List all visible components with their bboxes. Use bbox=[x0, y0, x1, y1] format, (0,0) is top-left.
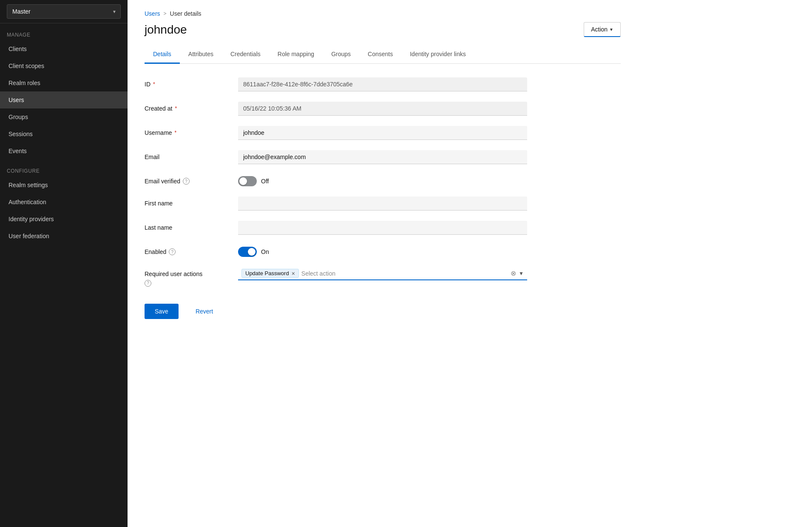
email-verified-toggle-label: Off bbox=[261, 178, 269, 185]
sidebar-item-realm-settings[interactable]: Realm settings bbox=[0, 177, 128, 194]
tab-attributes[interactable]: Attributes bbox=[180, 46, 222, 64]
breadcrumb: Users > User details bbox=[145, 10, 621, 17]
email-verified-label: Email verified ? bbox=[145, 174, 230, 185]
username-field-wrapper bbox=[238, 126, 527, 140]
username-label: Username * bbox=[145, 126, 230, 136]
breadcrumb-current: User details bbox=[170, 10, 202, 17]
realm-selector-wrapper: Master bbox=[0, 0, 128, 23]
form-row-enabled: Enabled ? On bbox=[145, 245, 527, 257]
action-chevron-icon: ▼ bbox=[609, 27, 613, 32]
enabled-help-icon[interactable]: ? bbox=[169, 248, 176, 255]
form-row-username: Username * bbox=[145, 126, 527, 140]
created-at-field[interactable] bbox=[238, 102, 527, 116]
revert-button[interactable]: Revert bbox=[185, 304, 223, 319]
required-actions-field-wrapper: Update Password × Select action ⊗ ▼ bbox=[238, 267, 527, 280]
sidebar-item-clients[interactable]: Clients bbox=[0, 40, 128, 57]
id-label: ID * bbox=[145, 77, 230, 88]
form-row-email-verified: Email verified ? Off bbox=[145, 174, 527, 186]
required-actions-help-icon[interactable]: ? bbox=[145, 280, 151, 287]
tab-consents[interactable]: Consents bbox=[359, 46, 401, 64]
last-name-field[interactable] bbox=[238, 221, 527, 235]
page-title: johndoe bbox=[145, 23, 187, 37]
enabled-toggle-label: On bbox=[261, 248, 269, 255]
email-field-wrapper bbox=[238, 150, 527, 164]
enabled-label: Enabled ? bbox=[145, 245, 230, 255]
realm-select[interactable]: Master bbox=[7, 4, 121, 19]
email-verified-toggle-wrapper: Off bbox=[238, 174, 527, 186]
email-field[interactable] bbox=[238, 150, 527, 164]
sidebar-item-events[interactable]: Events bbox=[0, 142, 128, 160]
required-actions-dropdown-icon[interactable]: ▼ bbox=[519, 271, 524, 276]
breadcrumb-parent[interactable]: Users bbox=[145, 10, 160, 17]
tab-role-mapping[interactable]: Role mapping bbox=[269, 46, 323, 64]
action-button[interactable]: Action ▼ bbox=[584, 22, 621, 37]
required-actions-label: Required user actions bbox=[145, 271, 202, 277]
tab-identity-provider-links[interactable]: Identity provider links bbox=[401, 46, 474, 64]
required-actions-select[interactable]: Update Password × Select action ⊗ ▼ bbox=[238, 267, 527, 280]
form-row-first-name: First name bbox=[145, 197, 527, 211]
form-row-last-name: Last name bbox=[145, 221, 527, 235]
configure-section-label: Configure bbox=[0, 160, 128, 177]
sidebar-item-client-scopes[interactable]: Client scopes bbox=[0, 57, 128, 74]
action-label: Action bbox=[591, 26, 608, 33]
select-action-placeholder: Select action bbox=[301, 270, 508, 277]
form-row-email: Email bbox=[145, 150, 527, 164]
select-action-icons: ⊗ ▼ bbox=[511, 270, 524, 277]
sidebar: Master Manage Clients Client scopes Real… bbox=[0, 0, 128, 527]
tab-credentials[interactable]: Credentials bbox=[222, 46, 269, 64]
email-verified-toggle[interactable] bbox=[238, 176, 257, 186]
id-required-star: * bbox=[153, 81, 155, 87]
sidebar-item-realm-roles[interactable]: Realm roles bbox=[0, 74, 128, 91]
tab-groups[interactable]: Groups bbox=[323, 46, 359, 64]
first-name-field[interactable] bbox=[238, 197, 527, 211]
username-required-star: * bbox=[175, 130, 177, 136]
id-field-wrapper bbox=[238, 77, 527, 91]
enabled-toggle-thumb bbox=[248, 248, 256, 256]
tabs-bar: Details Attributes Credentials Role mapp… bbox=[145, 46, 621, 64]
form-row-required-actions: Required user actions ? Update Password … bbox=[145, 267, 527, 287]
remove-update-password-icon[interactable]: × bbox=[292, 271, 295, 276]
email-verified-help-icon[interactable]: ? bbox=[183, 178, 190, 185]
sidebar-item-sessions[interactable]: Sessions bbox=[0, 125, 128, 142]
sidebar-item-users[interactable]: Users bbox=[0, 91, 128, 108]
enabled-toggle[interactable] bbox=[238, 247, 257, 257]
manage-section-label: Manage bbox=[0, 23, 128, 40]
email-label: Email bbox=[145, 150, 230, 160]
created-at-field-wrapper bbox=[238, 102, 527, 116]
clear-required-actions-icon[interactable]: ⊗ bbox=[511, 270, 516, 277]
user-details-form: ID * Created at * User bbox=[145, 77, 527, 336]
form-row-created-at: Created at * bbox=[145, 102, 527, 116]
sidebar-item-identity-providers[interactable]: Identity providers bbox=[0, 211, 128, 228]
last-name-field-wrapper bbox=[238, 221, 527, 235]
main-content: Users > User details johndoe Action ▼ De… bbox=[128, 0, 812, 527]
required-actions-label-wrapper: Required user actions ? bbox=[145, 267, 230, 287]
update-password-tag: Update Password × bbox=[241, 269, 299, 278]
update-password-tag-label: Update Password bbox=[245, 270, 289, 276]
breadcrumb-separator: > bbox=[164, 11, 167, 17]
first-name-field-wrapper bbox=[238, 197, 527, 211]
sidebar-item-groups[interactable]: Groups bbox=[0, 108, 128, 125]
email-verified-toggle-thumb bbox=[239, 177, 247, 185]
id-field[interactable] bbox=[238, 77, 527, 91]
created-at-label: Created at * bbox=[145, 102, 230, 112]
created-at-required-star: * bbox=[175, 105, 177, 111]
username-field[interactable] bbox=[238, 126, 527, 140]
page-header: johndoe Action ▼ bbox=[145, 22, 621, 37]
last-name-label: Last name bbox=[145, 221, 230, 231]
enabled-toggle-wrapper: On bbox=[238, 245, 527, 257]
save-button[interactable]: Save bbox=[145, 304, 179, 319]
sidebar-item-user-federation[interactable]: User federation bbox=[0, 228, 128, 245]
first-name-label: First name bbox=[145, 197, 230, 207]
tab-details[interactable]: Details bbox=[145, 46, 180, 64]
form-row-id: ID * bbox=[145, 77, 527, 91]
form-actions: Save Revert bbox=[145, 304, 527, 336]
sidebar-item-authentication[interactable]: Authentication bbox=[0, 194, 128, 211]
